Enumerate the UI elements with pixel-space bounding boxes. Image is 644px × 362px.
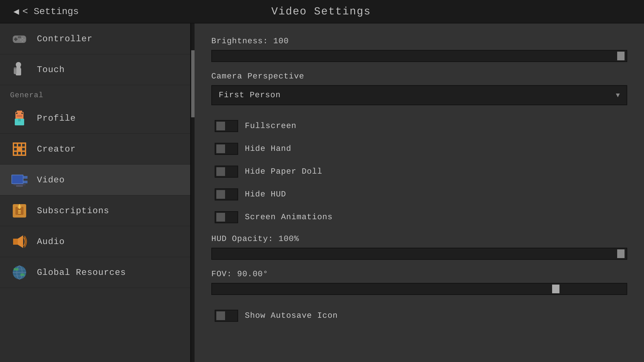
svg-rect-26 (22, 148, 25, 150)
back-label: < Settings (22, 6, 79, 17)
svg-rect-13 (17, 111, 22, 112)
brightness-thumb[interactable] (617, 52, 625, 60)
content-panel: Brightness: 100 Camera Perspective First… (195, 23, 644, 362)
hide-paper-doll-label: Hide Paper Doll (245, 167, 322, 176)
hide-hand-row: Hide Hand (211, 138, 627, 160)
svg-rect-17 (17, 115, 22, 117)
svg-rect-29 (22, 152, 25, 155)
camera-perspective-dropdown[interactable]: First Person ▼ (211, 85, 627, 105)
sidebar-label-audio: Audio (37, 237, 65, 247)
fullscreen-row: Fullscreen (211, 115, 627, 137)
video-icon (10, 171, 29, 189)
profile-icon (10, 109, 29, 127)
hide-paper-doll-toggle[interactable] (215, 166, 238, 178)
sidebar-item-profile[interactable]: Profile (0, 103, 190, 134)
svg-rect-35 (16, 185, 23, 187)
svg-rect-34 (13, 184, 25, 185)
svg-rect-19 (18, 119, 21, 121)
sidebar-item-controller[interactable]: Controller (0, 23, 190, 54)
fullscreen-label: Fullscreen (245, 122, 297, 131)
svg-rect-32 (23, 176, 28, 179)
svg-rect-2 (14, 39, 17, 40)
svg-rect-41 (18, 212, 21, 212)
controller-icon (10, 29, 29, 48)
fov-thumb[interactable] (552, 285, 559, 293)
svg-rect-40 (18, 210, 21, 211)
svg-rect-6 (22, 41, 23, 42)
svg-rect-43 (13, 239, 18, 245)
subscriptions-icon (10, 201, 29, 220)
svg-rect-7 (18, 36, 21, 38)
hide-hud-row: Hide HUD (211, 184, 627, 205)
sidebar-label-touch: Touch (37, 65, 65, 75)
svg-rect-22 (18, 144, 21, 146)
hide-hud-toggle[interactable] (215, 188, 238, 200)
toggle-knob (216, 311, 225, 320)
sidebar-item-video[interactable]: Video (0, 165, 190, 195)
show-autosave-toggle[interactable] (215, 310, 238, 322)
sidebar-label-creator: Creator (37, 144, 76, 154)
svg-rect-31 (12, 175, 23, 183)
hud-opacity-slider[interactable] (211, 248, 627, 260)
hud-opacity-thumb[interactable] (617, 249, 625, 258)
svg-rect-24 (14, 148, 17, 150)
svg-rect-23 (22, 144, 25, 146)
toggle-knob (216, 122, 225, 130)
hide-hand-toggle[interactable] (215, 143, 238, 155)
svg-rect-15 (16, 113, 17, 114)
sidebar-label-video: Video (37, 175, 65, 185)
show-autosave-row: Show Autosave Icon (211, 305, 627, 326)
sidebar-label-profile: Profile (37, 113, 76, 123)
svg-marker-44 (18, 235, 23, 248)
svg-rect-25 (18, 148, 21, 150)
svg-rect-21 (14, 144, 17, 146)
back-icon: ◀ (13, 6, 19, 17)
svg-rect-33 (23, 181, 28, 183)
hide-hud-label: Hide HUD (245, 190, 286, 199)
header: ◀ < Settings Video Settings (0, 0, 644, 23)
creator-icon (10, 140, 29, 158)
touch-icon (10, 60, 29, 79)
camera-perspective-label: Camera Perspective (211, 72, 627, 81)
sidebar-item-touch[interactable]: Touch (0, 54, 190, 85)
fullscreen-toggle[interactable] (215, 120, 238, 132)
main-layout: Controller Touch General (0, 23, 644, 362)
fov-label: FOV: 90.00° (211, 270, 627, 279)
svg-rect-12 (14, 67, 16, 69)
brightness-slider[interactable] (211, 50, 627, 62)
sidebar-scrollbar[interactable] (191, 23, 195, 362)
sidebar-label-subscriptions: Subscriptions (37, 206, 109, 216)
screen-animations-toggle[interactable] (215, 211, 238, 223)
svg-rect-3 (22, 38, 23, 39)
svg-rect-27 (14, 152, 17, 155)
svg-rect-28 (18, 152, 21, 155)
hide-paper-doll-row: Hide Paper Doll (211, 161, 627, 182)
toggle-knob (216, 190, 225, 199)
scrollbar-thumb[interactable] (191, 50, 195, 117)
hud-opacity-label: HUD Opacity: 100% (211, 235, 627, 244)
sidebar-item-subscriptions[interactable]: Subscriptions (0, 195, 190, 226)
svg-rect-9 (16, 66, 20, 68)
audio-icon (10, 232, 29, 251)
sidebar-label-global-resources: Global Resources (37, 267, 126, 278)
fov-slider[interactable] (211, 283, 627, 295)
sidebar: Controller Touch General (0, 23, 191, 362)
screen-animations-label: Screen Animations (245, 213, 333, 222)
screen-animations-row: Screen Animations (211, 206, 627, 228)
hide-hand-label: Hide Hand (245, 144, 291, 154)
svg-rect-10 (16, 68, 21, 75)
sidebar-item-creator[interactable]: Creator (0, 134, 190, 165)
sidebar-item-audio[interactable]: Audio (0, 226, 190, 257)
sidebar-label-controller: Controller (37, 34, 93, 44)
svg-rect-50 (14, 268, 18, 270)
show-autosave-label: Show Autosave Icon (245, 311, 338, 320)
sidebar-item-global-resources[interactable]: Global Resources (0, 257, 190, 288)
toggle-knob (216, 144, 225, 153)
svg-rect-4 (23, 39, 25, 41)
svg-rect-51 (20, 274, 24, 276)
svg-rect-16 (21, 113, 23, 114)
toggle-knob (216, 167, 225, 176)
page-title: Video Settings (271, 5, 371, 18)
back-button[interactable]: ◀ < Settings (13, 6, 79, 17)
toggle-knob (216, 213, 225, 222)
